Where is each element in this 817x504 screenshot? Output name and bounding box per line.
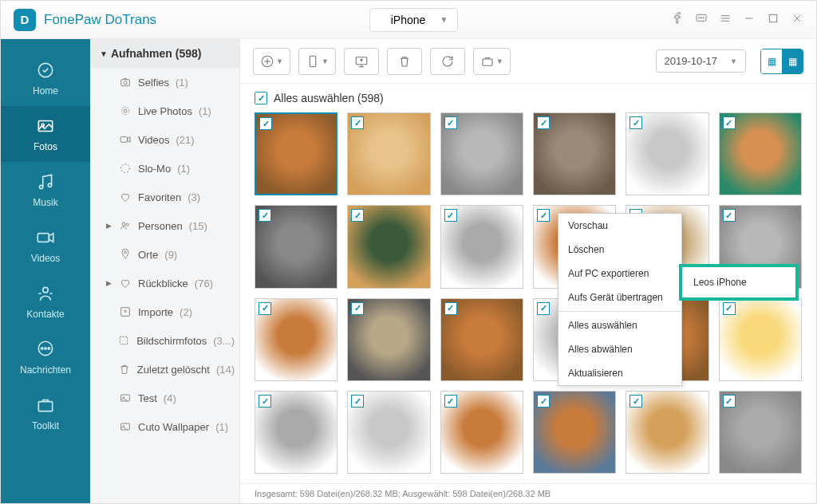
thumb-checkbox[interactable]: ✓ — [537, 116, 550, 129]
close-button[interactable] — [791, 12, 803, 28]
svg-point-32 — [126, 223, 128, 226]
context-menu-item[interactable]: Auf PC exportieren — [558, 262, 681, 285]
thumb-checkbox[interactable]: ✓ — [259, 302, 271, 315]
photo-thumb[interactable]: ✓ — [440, 298, 523, 381]
thumb-checkbox[interactable]: ✓ — [259, 117, 272, 130]
to-device-button[interactable]: ▼ — [298, 48, 336, 75]
albums-header[interactable]: ▼ Aufnahmen (598) — [90, 39, 239, 68]
context-menu-item[interactable]: Alles abwählen — [558, 337, 681, 361]
photo-thumb[interactable]: ✓ — [255, 112, 337, 195]
view-small-icon[interactable]: ▦ — [782, 49, 803, 73]
photo-thumb[interactable]: ✓ — [255, 298, 337, 381]
date-selector[interactable]: 2019-10-17 ▼ — [656, 49, 746, 73]
thumb-checkbox[interactable]: ✓ — [259, 209, 271, 222]
thumb-checkbox[interactable]: ✓ — [259, 395, 271, 408]
context-menu-item[interactable]: Aktualisieren — [558, 361, 681, 385]
submenu-item[interactable]: Leos iPhone — [687, 272, 791, 293]
album-item[interactable]: ▶Personen (15) — [90, 211, 239, 240]
album-count: (1) — [177, 163, 190, 175]
photo-thumb[interactable]: ✓ — [347, 391, 430, 474]
thumb-checkbox[interactable]: ✓ — [537, 302, 550, 315]
album-item[interactable]: ▶Rückblicke (76) — [90, 269, 239, 297]
thumb-checkbox[interactable]: ✓ — [351, 395, 364, 408]
nav-nachrichten[interactable]: Nachrichten — [1, 329, 90, 385]
photo-thumb[interactable]: ✓ — [440, 391, 523, 474]
thumb-checkbox[interactable]: ✓ — [723, 209, 736, 222]
device-selector[interactable]: iPhone ▼ — [369, 8, 459, 32]
thumb-checkbox[interactable]: ✓ — [444, 395, 457, 408]
photo-thumb[interactable]: ✓ — [533, 391, 616, 474]
select-all-checkbox[interactable]: ✓ — [255, 92, 267, 104]
photo-thumb[interactable]: ✓ — [347, 205, 430, 288]
photo-thumb[interactable]: ✓ — [255, 205, 337, 288]
thumb-checkbox[interactable]: ✓ — [351, 302, 364, 315]
photo-thumb[interactable]: ✓ — [626, 391, 708, 474]
context-menu-item[interactable]: Vorschau — [558, 214, 681, 238]
feedback-icon[interactable] — [695, 12, 708, 28]
toolbox-button[interactable]: ▼ — [473, 48, 511, 75]
album-item[interactable]: Zuletzt gelöscht (14) — [90, 355, 239, 384]
album-item[interactable]: Videos (21) — [90, 125, 239, 154]
photo-thumb[interactable]: ✓ — [347, 298, 430, 381]
thumb-checkbox[interactable]: ✓ — [351, 209, 364, 222]
nav-toolkit[interactable]: Toolkit — [1, 385, 90, 441]
photo-thumb[interactable]: ✓ — [533, 112, 616, 195]
facebook-icon[interactable] — [671, 12, 684, 28]
photo-thumb[interactable]: ✓ — [255, 391, 337, 474]
photo-thumb[interactable]: ✓ — [347, 112, 430, 195]
menu-icon[interactable] — [719, 12, 732, 28]
minimize-button[interactable] — [743, 12, 756, 28]
thumb-checkbox[interactable]: ✓ — [723, 116, 736, 129]
nav-musik[interactable]: Musik — [1, 162, 90, 218]
thumb-checkbox[interactable]: ✓ — [630, 395, 642, 408]
context-menu-item[interactable]: Alles auswählen — [558, 313, 681, 337]
album-item[interactable]: Orte (9) — [90, 240, 239, 269]
refresh-button[interactable] — [430, 48, 465, 75]
nav-kontakte[interactable]: Kontakte — [1, 274, 90, 329]
thumb-checkbox[interactable]: ✓ — [351, 116, 364, 129]
thumb-checkbox[interactable]: ✓ — [630, 116, 642, 129]
context-menu-item[interactable]: Löschen — [558, 238, 681, 262]
nav-home[interactable]: Home — [1, 50, 90, 106]
photo-thumb[interactable]: ✓ — [719, 391, 802, 474]
thumb-checkbox[interactable]: ✓ — [723, 302, 736, 315]
photo-thumb[interactable]: ✓ — [440, 205, 523, 288]
album-item[interactable]: Selfies (1) — [90, 68, 239, 96]
photo-thumb[interactable]: ✓ — [719, 298, 802, 381]
chevron-down-icon: ▼ — [730, 57, 737, 65]
album-item[interactable]: Cuto Wallpaper (1) — [90, 412, 239, 441]
album-item[interactable]: Favoriten (3) — [90, 183, 239, 211]
context-menu-item[interactable]: Aufs Gerät übertragen — [558, 285, 681, 309]
album-item[interactable]: Importe (2) — [90, 297, 239, 326]
photo-thumb[interactable]: ✓ — [719, 112, 802, 195]
thumb-checkbox[interactable]: ✓ — [444, 302, 457, 315]
svg-rect-0 — [697, 14, 706, 21]
to-pc-button[interactable] — [344, 48, 379, 75]
svg-point-27 — [124, 109, 127, 112]
svg-point-21 — [41, 348, 43, 349]
album-item[interactable]: Bildschirmfotos (3...) — [90, 326, 239, 355]
thumb-checkbox[interactable]: ✓ — [723, 395, 736, 408]
nav-fotos[interactable]: Fotos — [1, 106, 90, 162]
thumb-checkbox[interactable]: ✓ — [444, 209, 457, 222]
nav-videos[interactable]: Videos — [1, 218, 90, 274]
album-item[interactable]: Live Photos (1) — [90, 96, 239, 125]
select-all-row[interactable]: ✓ Alles auswählen (598) — [240, 84, 816, 112]
view-toggle[interactable]: ▦ ▦ — [760, 49, 803, 74]
maximize-button[interactable] — [767, 12, 780, 28]
thumb-checkbox[interactable]: ✓ — [537, 209, 550, 222]
svg-point-23 — [48, 348, 49, 349]
thumb-checkbox[interactable]: ✓ — [444, 116, 457, 129]
svg-rect-25 — [121, 80, 130, 86]
view-large-icon[interactable]: ▦ — [761, 49, 782, 73]
album-item[interactable]: Test (4) — [90, 384, 239, 412]
album-item[interactable]: Slo-Mo (1) — [90, 154, 239, 183]
delete-button[interactable] — [387, 48, 422, 75]
album-count: (3...) — [213, 335, 235, 347]
nav-label: Home — [33, 85, 58, 96]
context-submenu[interactable]: Leos iPhone — [679, 264, 799, 301]
photo-thumb[interactable]: ✓ — [626, 112, 708, 195]
thumb-checkbox[interactable]: ✓ — [537, 395, 550, 408]
photo-thumb[interactable]: ✓ — [440, 112, 523, 195]
add-button[interactable]: ▼ — [253, 48, 290, 75]
